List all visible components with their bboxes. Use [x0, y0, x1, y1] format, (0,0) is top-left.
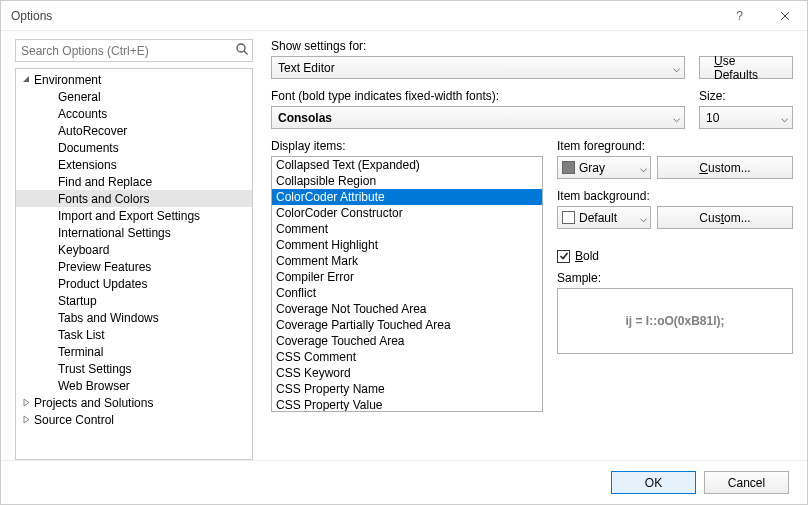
list-item[interactable]: Coverage Touched Area: [272, 333, 542, 349]
display-items-list[interactable]: Collapsed Text (Expanded)Collapsible Reg…: [271, 156, 543, 412]
foreground-combo[interactable]: Gray ⌵: [557, 156, 651, 179]
tree-node[interactable]: Tabs and Windows: [16, 309, 252, 326]
tree-node[interactable]: Extensions: [16, 156, 252, 173]
list-item[interactable]: CSS Comment: [272, 349, 542, 365]
chevron-down-icon: ⌵: [673, 111, 680, 125]
sample-label: Sample:: [557, 271, 793, 285]
tree-node[interactable]: Trust Settings: [16, 360, 252, 377]
tree-node-projects[interactable]: Projects and Solutions: [16, 394, 252, 411]
tree-node[interactable]: Fonts and Colors: [16, 190, 252, 207]
list-item[interactable]: ColorCoder Constructor: [272, 205, 542, 221]
checkbox-box: [557, 250, 570, 263]
options-tree[interactable]: EnvironmentGeneralAccountsAutoRecoverDoc…: [15, 68, 253, 460]
list-item[interactable]: Compiler Error: [272, 269, 542, 285]
tree-node[interactable]: Keyboard: [16, 241, 252, 258]
tree-node[interactable]: Import and Export Settings: [16, 207, 252, 224]
list-item[interactable]: Collapsed Text (Expanded): [272, 157, 542, 173]
search-input[interactable]: [15, 39, 253, 62]
list-item[interactable]: ColorCoder Attribute: [272, 189, 542, 205]
svg-point-0: [237, 44, 245, 52]
list-item[interactable]: Comment: [272, 221, 542, 237]
list-item[interactable]: Conflict: [272, 285, 542, 301]
chevron-down-icon: ⌵: [640, 161, 647, 175]
tree-node[interactable]: Product Updates: [16, 275, 252, 292]
item-background-label: Item background:: [557, 189, 793, 203]
tree-node-environment[interactable]: Environment: [16, 71, 252, 88]
list-item[interactable]: CSS Property Name: [272, 381, 542, 397]
search-icon[interactable]: [235, 42, 249, 59]
tree-node[interactable]: Web Browser: [16, 377, 252, 394]
tree-node[interactable]: Accounts: [16, 105, 252, 122]
list-item[interactable]: Comment Mark: [272, 253, 542, 269]
sample-preview: ij = I::oO(0xB81l);: [557, 288, 793, 354]
bold-checkbox[interactable]: Bold: [557, 249, 793, 263]
help-button[interactable]: ?: [717, 1, 762, 31]
tree-node[interactable]: Preview Features: [16, 258, 252, 275]
tree-expander-icon[interactable]: [20, 414, 32, 426]
chevron-down-icon: ⌵: [640, 211, 647, 225]
tree-expander-icon[interactable]: [20, 74, 32, 86]
show-settings-combo[interactable]: Text Editor ⌵: [271, 56, 685, 79]
tree-expander-icon[interactable]: [20, 397, 32, 409]
color-swatch: [562, 211, 575, 224]
item-foreground-label: Item foreground:: [557, 139, 793, 153]
chevron-down-icon: ⌵: [673, 61, 680, 75]
tree-node-sourcecontrol[interactable]: Source Control: [16, 411, 252, 428]
color-swatch: [562, 161, 575, 174]
chevron-down-icon: ⌵: [781, 111, 788, 125]
background-combo[interactable]: Default ⌵: [557, 206, 651, 229]
close-icon: [780, 11, 790, 21]
list-item[interactable]: CSS Property Value: [272, 397, 542, 412]
titlebar: Options ?: [1, 1, 807, 31]
size-combo[interactable]: 10 ⌵: [699, 106, 793, 129]
foreground-custom-button[interactable]: Custom...: [657, 156, 793, 179]
tree-node[interactable]: Terminal: [16, 343, 252, 360]
list-item[interactable]: CSS Keyword: [272, 365, 542, 381]
check-icon: [559, 251, 569, 261]
dialog-footer: OK Cancel: [1, 460, 807, 504]
close-button[interactable]: [762, 1, 807, 31]
options-dialog: Options ? EnvironmentGeneralAccountsAuto…: [0, 0, 808, 505]
list-item[interactable]: Coverage Partially Touched Area: [272, 317, 542, 333]
display-items-label: Display items:: [271, 139, 543, 153]
tree-node[interactable]: Documents: [16, 139, 252, 156]
tree-node[interactable]: General: [16, 88, 252, 105]
window-title: Options: [11, 9, 717, 23]
tree-node[interactable]: Find and Replace: [16, 173, 252, 190]
list-item[interactable]: Collapsible Region: [272, 173, 542, 189]
show-settings-label: Show settings for:: [271, 39, 685, 53]
font-label: Font (bold type indicates fixed-width fo…: [271, 89, 685, 103]
list-item[interactable]: Coverage Not Touched Area: [272, 301, 542, 317]
size-label: Size:: [699, 89, 793, 103]
font-combo[interactable]: Consolas ⌵: [271, 106, 685, 129]
list-item[interactable]: Comment Highlight: [272, 237, 542, 253]
background-custom-button[interactable]: Custom...: [657, 206, 793, 229]
tree-node[interactable]: AutoRecover: [16, 122, 252, 139]
cancel-button[interactable]: Cancel: [704, 471, 789, 494]
use-defaults-button[interactable]: Use Defaults: [699, 56, 793, 79]
ok-button[interactable]: OK: [611, 471, 696, 494]
tree-node[interactable]: International Settings: [16, 224, 252, 241]
tree-node[interactable]: Task List: [16, 326, 252, 343]
tree-node[interactable]: Startup: [16, 292, 252, 309]
